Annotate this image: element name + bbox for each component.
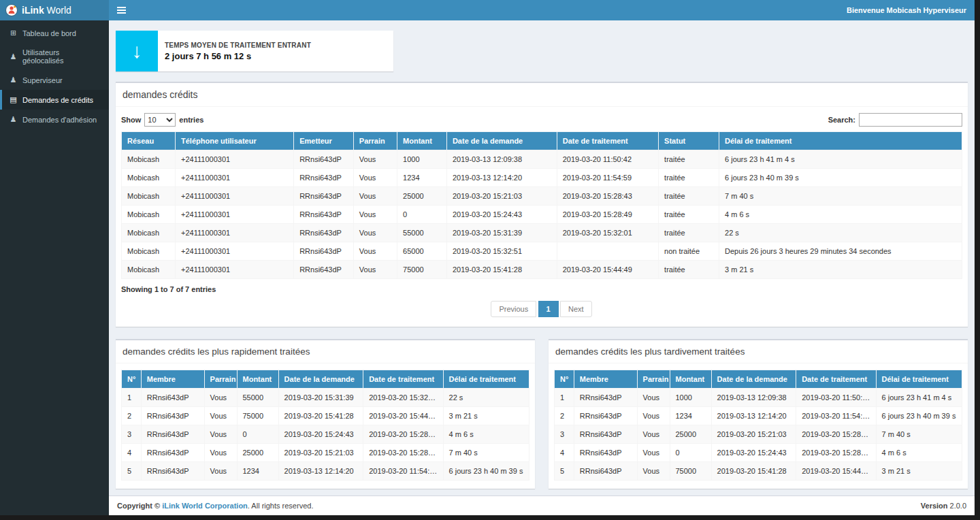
- column-header[interactable]: Parrain: [353, 132, 397, 150]
- sidebar-item-dashboard[interactable]: ⊞Tableau de bord: [0, 23, 109, 43]
- top-navbar: iLink World Bienvenue Mobicash Hypervise…: [0, 0, 975, 20]
- membership-requests-icon: ♟: [9, 115, 18, 124]
- table-cell: 7 m 40 s: [876, 425, 962, 444]
- menu-icon[interactable]: [109, 0, 134, 20]
- brand-text-bold: iLink: [22, 5, 44, 16]
- column-header[interactable]: Emetteur: [294, 132, 354, 150]
- table-cell: 7 m 40 s: [719, 187, 962, 206]
- table-cell: 2019-03-20 15:21:03: [278, 444, 363, 462]
- next-page-button[interactable]: Next: [560, 301, 592, 317]
- brand-logo[interactable]: iLink World: [0, 0, 109, 20]
- sidebar-item-credit-requests[interactable]: ▤Demandes de crédits: [0, 90, 109, 110]
- table-cell: traitée: [659, 169, 719, 187]
- table-cell: 75000: [397, 261, 447, 279]
- horizontal-scrollbar[interactable]: [0, 515, 980, 520]
- table-cell: RRnsi643dP: [294, 169, 354, 187]
- table-cell: 55000: [237, 389, 278, 407]
- table-cell: 2019-03-20 11:50:42: [557, 150, 658, 169]
- table-cell: 2019-03-13 12:14:20: [711, 407, 796, 425]
- table-cell: Mobicash: [122, 261, 176, 279]
- column-header[interactable]: Montant: [397, 132, 447, 150]
- table-cell: 6 jours 23 h 40 m 39 s: [443, 462, 529, 481]
- table-row: Mobicash+24111000301RRnsi643dPVous750002…: [122, 261, 962, 279]
- table-cell: Vous: [637, 425, 670, 444]
- table-cell: 2019-03-13 12:09:38: [446, 150, 557, 169]
- table-cell: +24111000301: [176, 242, 294, 261]
- table-cell: 4: [122, 444, 142, 462]
- table-cell: 0: [237, 425, 278, 444]
- column-header: Montant: [237, 370, 278, 389]
- table-cell: 2019-03-20 15:32:01: [363, 389, 443, 407]
- sidebar-menu: ⊞Tableau de bord♟Utilisateurs géolocalis…: [0, 23, 109, 129]
- credit-requests-icon: ▤: [9, 95, 18, 104]
- table-cell: RRnsi643dP: [294, 242, 354, 261]
- table-cell: traitée: [659, 187, 719, 206]
- table-cell: 0: [670, 444, 711, 462]
- table-cell: +24111000301: [176, 224, 294, 242]
- column-header[interactable]: Statut: [659, 132, 719, 150]
- column-header[interactable]: Délai de traitement: [719, 132, 962, 150]
- table-row: 1RRnsi643dPVous10002019-03-13 12:09:3820…: [555, 389, 962, 407]
- table-cell: 2019-03-20 11:54:59: [557, 169, 658, 187]
- table-cell: traitée: [659, 150, 719, 169]
- table-cell: 7 m 40 s: [443, 444, 529, 462]
- table-cell: Vous: [637, 444, 670, 462]
- column-header[interactable]: Date de la demande: [446, 132, 557, 150]
- table-cell: 2019-03-20 15:31:39: [446, 224, 557, 242]
- version-text: Version2.0.0: [921, 502, 966, 510]
- table-cell: Vous: [353, 242, 397, 261]
- table-row: 5RRnsi643dPVous750002019-03-20 15:41:282…: [555, 462, 962, 481]
- column-header: Délai de traitement: [443, 370, 529, 389]
- table-cell: RRnsi643dP: [574, 425, 637, 444]
- avg-processing-time-infobox: ↓ TEMPS MOYEN DE TRAITEMENT ENTRANT 2 jo…: [116, 31, 393, 71]
- credit-requests-panel: demandes crédits Show 10 entries Search:: [116, 82, 968, 327]
- table-cell: Vous: [353, 150, 397, 169]
- table-cell: 1000: [397, 150, 447, 169]
- search-input[interactable]: [859, 113, 962, 127]
- table-cell: +24111000301: [176, 150, 294, 169]
- table-cell: +24111000301: [176, 261, 294, 279]
- table-cell: 2019-03-13 12:14:20: [278, 462, 363, 481]
- app-window: iLink World Bienvenue Mobicash Hypervise…: [0, 0, 975, 515]
- show-label: Show: [121, 116, 141, 124]
- column-header: Membre: [141, 370, 204, 389]
- sidebar-item-membership-requests[interactable]: ♟Demandes d'adhésion: [0, 110, 109, 129]
- table-cell: non traitée: [659, 242, 719, 261]
- column-header[interactable]: Réseau: [122, 132, 176, 150]
- column-header[interactable]: Date de traitement: [557, 132, 658, 150]
- previous-page-button[interactable]: Previous: [491, 301, 536, 317]
- table-cell: 2019-03-20 11:50:42: [796, 389, 876, 407]
- table-cell: 1234: [237, 462, 278, 481]
- table-cell: 2019-03-20 15:41:28: [711, 462, 796, 481]
- table-cell: Vous: [204, 389, 237, 407]
- table-row: 3RRnsi643dPVous250002019-03-20 15:21:032…: [555, 425, 962, 444]
- page-1-button[interactable]: 1: [538, 301, 559, 317]
- search-label: Search:: [828, 116, 855, 124]
- table-row: Mobicash+24111000301RRnsi643dPVous650002…: [122, 242, 962, 261]
- infobox-value: 2 jours 7 h 56 m 12 s: [165, 51, 311, 61]
- sidebar-item-geolocated-users[interactable]: ♟Utilisateurs géolocalisés: [0, 43, 109, 70]
- table-cell: RRnsi643dP: [574, 389, 637, 407]
- vertical-scrollbar[interactable]: [975, 0, 980, 520]
- table-cell: RRnsi643dP: [574, 462, 637, 481]
- table-cell: 75000: [237, 407, 278, 425]
- table-cell: +24111000301: [176, 169, 294, 187]
- sidebar-item-supervisor[interactable]: ♟Superviseur: [0, 70, 109, 90]
- table-cell: 2019-03-20 11:54:59: [796, 407, 876, 425]
- table-cell: RRnsi643dP: [574, 444, 637, 462]
- table-cell: RRnsi643dP: [141, 407, 204, 425]
- table-row: 2RRnsi643dPVous750002019-03-20 15:41:282…: [122, 407, 529, 425]
- fastest-processed-panel: demandes crédits les plus rapidement tra…: [116, 339, 535, 489]
- column-header[interactable]: Téléphone utilisateur: [176, 132, 294, 150]
- entries-label: entries: [179, 116, 203, 124]
- table-cell: 2019-03-20 15:21:03: [711, 425, 796, 444]
- company-link[interactable]: iLink World Corporation: [162, 502, 248, 510]
- table-cell: 5: [555, 462, 574, 481]
- table-cell: 2019-03-20 15:28:43: [363, 444, 443, 462]
- page-length-select[interactable]: 10: [144, 113, 176, 127]
- table-cell: Vous: [353, 169, 397, 187]
- main-content: ↓ TEMPS MOYEN DE TRAITEMENT ENTRANT 2 jo…: [109, 20, 975, 495]
- table-cell: Vous: [204, 407, 237, 425]
- copyright-label: Copyright ©: [117, 502, 162, 510]
- version-label: Version: [921, 502, 948, 510]
